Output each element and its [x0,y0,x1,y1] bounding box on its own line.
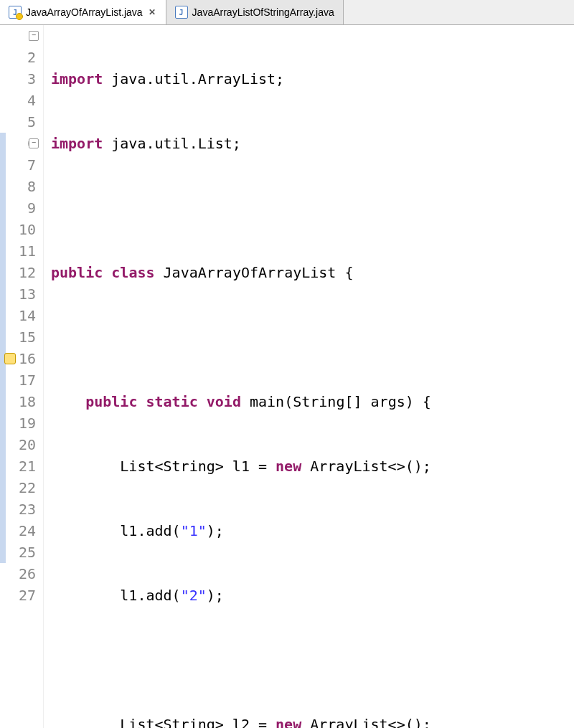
quickfix-icon[interactable] [4,353,16,364]
java-file-icon: J [9,6,22,19]
close-icon[interactable]: ✕ [147,7,157,17]
java-file-icon: J [175,6,188,19]
tab-label: JavaArrayOfArrayList.java [26,6,143,18]
fold-toggle-icon[interactable]: − [29,31,39,41]
code-editor[interactable]: 1− 2 3 4 5 6− 7 8 9 10 11 12 13 14 15 16… [0,25,574,728]
editor-tab-bar: J JavaArrayOfArrayList.java ✕ J JavaArra… [0,0,574,25]
tab-label: JavaArrayListOfStringArray.java [192,6,334,18]
change-ruler [0,25,6,728]
tab-java-array-of-arraylist[interactable]: J JavaArrayOfArrayList.java ✕ [0,0,166,24]
line-number-gutter: 1− 2 3 4 5 6− 7 8 9 10 11 12 13 14 15 16… [6,25,44,728]
tab-java-arraylist-of-string-array[interactable]: J JavaArrayListOfStringArray.java [166,0,344,24]
code-area[interactable]: import java.util.ArrayList; import java.… [44,25,574,728]
fold-toggle-icon[interactable]: − [29,138,39,148]
